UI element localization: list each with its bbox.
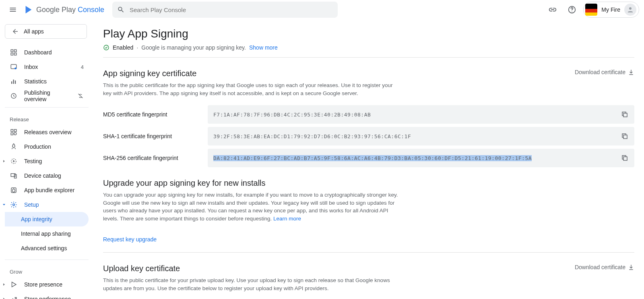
sidebar-item-dashboard[interactable]: Dashboard bbox=[5, 45, 89, 60]
download-icon bbox=[628, 264, 634, 270]
chevron-right-icon bbox=[2, 297, 6, 299]
sha1-value: 39:2F:58:3E:AB:EA:DC:D1:79:92:D7:D6:0C:B… bbox=[208, 127, 634, 145]
profile-icon bbox=[624, 4, 636, 16]
sidebar-item-inbox[interactable]: Inbox 4 bbox=[5, 60, 89, 74]
svg-point-1 bbox=[572, 11, 572, 12]
copy-sha256-button[interactable] bbox=[619, 152, 630, 164]
search-input[interactable] bbox=[130, 6, 333, 13]
play-icon bbox=[24, 5, 33, 14]
sidebar-item-setup[interactable]: Setup bbox=[5, 197, 89, 212]
inbox-badge: 4 bbox=[81, 64, 84, 70]
svg-rect-13 bbox=[11, 129, 13, 131]
sidebar-item-testing[interactable]: Testing bbox=[5, 154, 89, 168]
sidebar-item-store-presence[interactable]: Store presence bbox=[5, 277, 89, 292]
section-desc-upload: This is the public certificate for your … bbox=[103, 276, 401, 292]
sha256-label: SHA-256 certificate fingerprint bbox=[103, 155, 208, 161]
copy-icon bbox=[621, 133, 628, 140]
fingerprint-md5-row: MD5 certificate fingerprint F7:1A:AF:78:… bbox=[103, 105, 634, 124]
dashboard-icon bbox=[10, 49, 17, 56]
sync-off-icon bbox=[77, 93, 84, 99]
status-enabled: Enabled bbox=[113, 44, 133, 51]
sidebar-item-app-bundle-explorer[interactable]: App bundle explorer bbox=[5, 183, 89, 197]
section-desc-signing: This is the public certificate for the a… bbox=[103, 81, 401, 97]
svg-rect-4 bbox=[14, 50, 17, 52]
section-grow: Grow bbox=[5, 264, 89, 277]
svg-point-22 bbox=[104, 45, 109, 50]
sidebar-item-releases-overview[interactable]: Releases overview bbox=[5, 125, 89, 139]
svg-point-21 bbox=[13, 204, 15, 206]
copy-sha1-button[interactable] bbox=[619, 131, 630, 142]
download-upload-cert-button[interactable]: Download certificate bbox=[575, 264, 634, 270]
download-cert-button[interactable]: Download certificate bbox=[575, 69, 634, 75]
section-title-signing: App signing key certificate bbox=[103, 69, 196, 78]
publish-icon bbox=[10, 92, 17, 100]
svg-rect-25 bbox=[623, 157, 627, 160]
all-apps-button[interactable]: All apps bbox=[5, 24, 87, 39]
section-title-upload: Upload key certificate bbox=[103, 264, 180, 273]
link-button[interactable] bbox=[545, 2, 561, 18]
show-more-link[interactable]: Show more bbox=[249, 44, 278, 51]
account-name: My Fire bbox=[601, 6, 620, 13]
fingerprint-sha256-row: SHA-256 certificate fingerprint DA:82:41… bbox=[103, 149, 634, 167]
sha1-label: SHA-1 certificate fingerprint bbox=[103, 133, 208, 139]
releases-icon bbox=[10, 129, 17, 136]
copy-icon bbox=[621, 154, 628, 162]
flask-icon bbox=[10, 158, 17, 165]
learn-more-link[interactable]: Learn more bbox=[273, 216, 301, 222]
help-icon bbox=[568, 5, 576, 14]
sha256-value: DA:82:41:AD:E9:6F:27:BC:AD:B7:A5:9F:58:6… bbox=[208, 149, 634, 167]
section-release: Release bbox=[5, 112, 89, 125]
link-icon bbox=[548, 5, 557, 14]
trend-icon bbox=[10, 295, 17, 299]
sidebar-item-internal-app-sharing[interactable]: Internal app sharing bbox=[5, 226, 89, 241]
svg-rect-15 bbox=[11, 133, 13, 135]
sidebar-item-production[interactable]: Production bbox=[5, 139, 89, 154]
sidebar-item-store-performance[interactable]: Store performance bbox=[5, 292, 89, 299]
sidebar-item-advanced-settings[interactable]: Advanced settings bbox=[5, 241, 89, 255]
status-row: Enabled · Google is managing your app si… bbox=[103, 44, 634, 58]
logo-text: Google Play Console bbox=[36, 6, 104, 14]
stats-icon bbox=[10, 78, 17, 85]
svg-rect-11 bbox=[15, 81, 16, 84]
check-circle-icon bbox=[103, 44, 109, 51]
store-icon bbox=[10, 281, 17, 288]
all-apps-label: All apps bbox=[24, 28, 44, 35]
menu-button[interactable] bbox=[5, 2, 21, 18]
arrow-left-icon bbox=[12, 28, 19, 35]
sidebar-item-statistics[interactable]: Statistics bbox=[5, 74, 89, 89]
logo[interactable]: Google Play Console bbox=[24, 5, 104, 14]
sidebar-item-app-integrity[interactable]: App integrity bbox=[5, 212, 89, 226]
svg-rect-14 bbox=[14, 129, 17, 131]
sidebar-item-publishing-overview[interactable]: Publishing overview bbox=[5, 89, 89, 103]
svg-point-2 bbox=[629, 7, 632, 10]
search-bar[interactable] bbox=[112, 2, 338, 18]
download-icon bbox=[628, 69, 634, 75]
copy-icon bbox=[621, 111, 628, 118]
rocket-icon bbox=[10, 143, 17, 150]
app-header: Google Play Console My Fire bbox=[0, 0, 644, 19]
svg-point-16 bbox=[14, 133, 17, 135]
svg-rect-5 bbox=[11, 53, 13, 55]
svg-rect-23 bbox=[623, 113, 627, 117]
account-switcher[interactable]: My Fire bbox=[583, 2, 639, 18]
page-title: Play App Signing bbox=[103, 27, 634, 40]
sidebar-item-device-catalog[interactable]: Device catalog bbox=[5, 168, 89, 183]
help-button[interactable] bbox=[564, 2, 580, 18]
main-content: Play App Signing Enabled · Google is man… bbox=[93, 19, 644, 299]
chevron-right-icon bbox=[2, 282, 6, 287]
fingerprint-sha1-row: SHA-1 certificate fingerprint 39:2F:58:3… bbox=[103, 127, 634, 145]
svg-rect-9 bbox=[11, 81, 12, 84]
inbox-icon bbox=[10, 63, 17, 71]
status-text: Google is managing your app signing key. bbox=[141, 44, 246, 51]
svg-rect-6 bbox=[14, 53, 17, 55]
bundle-icon bbox=[10, 187, 17, 194]
svg-rect-10 bbox=[13, 80, 14, 84]
section-desc-upgrade: You can upgrade your app signing key for… bbox=[103, 191, 401, 222]
section-title-upgrade: Upgrade your app signing key for new ins… bbox=[103, 179, 266, 188]
chevron-down-icon bbox=[2, 203, 6, 207]
md5-label: MD5 certificate fingerprint bbox=[103, 111, 208, 118]
gear-icon bbox=[10, 201, 17, 208]
search-icon bbox=[117, 6, 125, 14]
request-key-upgrade-link[interactable]: Request key upgrade bbox=[103, 236, 157, 243]
copy-md5-button[interactable] bbox=[619, 109, 630, 120]
